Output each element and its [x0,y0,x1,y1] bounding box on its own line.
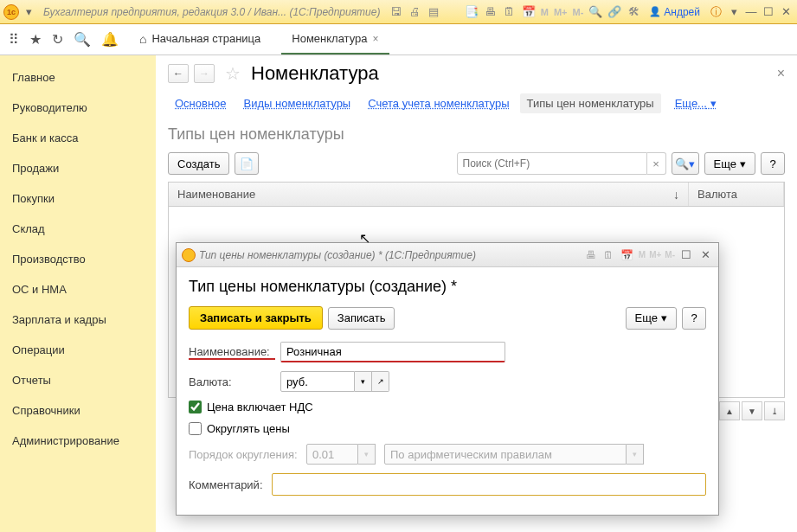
dialog-help-button[interactable]: ? [682,307,706,330]
wrench-icon[interactable]: 🛠 [625,3,642,21]
column-currency[interactable]: Валюта [689,183,784,206]
sidebar-item-operations[interactable]: Операции [0,335,156,365]
sidebar-item-catalogs[interactable]: Справочники [0,395,156,426]
copy-button[interactable]: 📄 [235,152,259,175]
zoom-icon[interactable]: 🔍 [587,3,604,21]
sidebar-item-warehouse[interactable]: Склад [0,214,156,244]
notifications-icon[interactable]: 🔔 [101,31,119,48]
minimize-button[interactable]: — [743,5,759,18]
compare-icon[interactable]: 📑 [463,3,480,21]
currency-open-button[interactable]: ↗ [372,371,389,392]
apps-grid-icon[interactable]: ⠿ [9,31,19,48]
close-page-button[interactable]: × [777,66,785,81]
subnav-more[interactable]: Еще... ▾ [668,93,723,113]
search-input[interactable] [457,152,647,175]
link-icon[interactable]: 🔗 [606,3,623,21]
main-toolbar: ⠿ ★ ↻ 🔍 🔔 ⌂ Начальная страница Номенклат… [0,24,797,55]
favorites-icon[interactable]: ★ [29,31,42,48]
nav-forward-button[interactable]: → [194,64,215,83]
advanced-search-button[interactable]: 🔍▾ [672,152,699,175]
close-button[interactable]: ✕ [778,5,794,18]
sidebar-item-purchases[interactable]: Покупки [0,183,156,214]
help-button[interactable]: ? [761,152,785,175]
sidebar-item-reports[interactable]: Отчеты [0,365,156,395]
memory-mplus-icon[interactable]: M+ [554,7,568,17]
subnav-main[interactable]: Основное [168,93,234,113]
round-checkbox[interactable] [189,422,202,435]
name-input[interactable] [280,342,505,362]
sidebar-item-production[interactable]: Производство [0,244,156,274]
memory-m-icon[interactable]: M [541,7,549,17]
page-last-button[interactable]: ⤓ [764,401,785,420]
search-clear-button[interactable]: × [647,152,666,175]
tab-home[interactable]: ⌂ Начальная страница [129,24,271,55]
tab-nomenclature-label: Номенклатура [292,32,367,45]
history-icon[interactable]: ↻ [52,31,63,48]
name-label: Наименование: [189,345,275,360]
save-button[interactable]: Записать [328,307,395,330]
round-label: Округлять цены [207,422,290,435]
tab-nomenclature[interactable]: Номенклатура × [281,24,389,54]
dialog-close-button[interactable]: ✕ [697,248,713,261]
dlg-print-icon[interactable]: 🖶 [586,249,596,261]
dlg-m-icon[interactable]: M [639,250,646,260]
info-dropdown-icon[interactable]: ▾ [726,4,742,20]
sidebar-item-bank[interactable]: Банк и касса [0,123,156,153]
currency-select[interactable] [280,371,355,392]
sidebar-item-manager[interactable]: Руководителю [0,93,156,123]
dlg-calc-icon[interactable]: 🗓 [603,249,614,261]
sidebar-item-payroll[interactable]: Зарплата и кадры [0,304,156,335]
maximize-button[interactable]: ☐ [761,5,776,18]
dialog-more-button[interactable]: Еще ▾ [626,307,677,330]
round-rule-dropdown-button: ▾ [627,444,644,465]
sidebar-item-assets[interactable]: ОС и НМА [0,274,156,304]
sidebar-item-admin[interactable]: Администрирование [0,426,156,456]
more-actions-button[interactable]: Еще ▾ [704,152,755,175]
sidebar: Главное Руководителю Банк и касса Продаж… [0,55,156,532]
dlg-mminus-icon[interactable]: M- [665,250,675,260]
sidebar-item-sales[interactable]: Продажи [0,153,156,183]
sort-indicator-icon: ↓ [673,188,679,202]
dialog-header: Тип цены номенклатуры (создание) * [189,278,706,296]
page-down-button[interactable]: ▼ [742,401,762,420]
dlg-mplus-icon[interactable]: M+ [649,250,661,260]
favorite-star-icon[interactable]: ☆ [225,63,241,84]
row-name: Наименование: [189,342,706,362]
home-icon: ⌂ [139,32,146,46]
column-name[interactable]: Наименование ↓ [169,183,689,206]
app-titlebar: 1c ▾ Бухгалтерия предприятия, редакция 3… [0,0,797,24]
user-label[interactable]: Андрей [649,6,700,18]
global-search-icon[interactable]: 🔍 [74,31,91,48]
dialog-maximize-button[interactable]: ☐ [678,248,694,261]
row-round-order: Порядок округления: ▾ ▾ [189,444,706,465]
dropdown-icon[interactable]: ▾ [21,4,36,20]
info-icon[interactable]: ⓘ [707,3,724,21]
calendar-icon[interactable]: 📅 [520,3,537,21]
subnav: Основное Виды номенклатуры Счета учета н… [168,93,785,113]
section-title: Типы цен номенклатуры [168,125,785,144]
round-order-select [306,444,358,465]
nav-back-button[interactable]: ← [168,64,189,83]
memory-mminus-icon[interactable]: M- [572,7,583,17]
price-type-dialog: Тип цены номенклатуры (создание) * (1С:П… [176,242,719,516]
save-and-close-button[interactable]: Записать и закрыть [189,306,323,330]
subnav-price-types[interactable]: Типы цен номенклатуры [520,93,661,113]
row-vat: Цена включает НДС [189,401,706,413]
page-up-button[interactable]: ▲ [719,401,740,420]
dialog-toolbar: Записать и закрыть Записать Еще ▾ ? [189,306,706,330]
printer-icon[interactable]: 🖶 [482,3,499,21]
save-icon[interactable]: 🖫 [387,3,404,21]
document-icon[interactable]: ▤ [425,3,442,21]
comment-input[interactable] [272,473,706,496]
create-button[interactable]: Создать [168,152,229,175]
dlg-calendar-icon[interactable]: 📅 [620,249,633,261]
tab-close-icon[interactable]: × [373,33,379,45]
calculator-icon[interactable]: 🗓 [501,3,518,21]
currency-dropdown-button[interactable]: ▾ [355,371,372,392]
print-icon[interactable]: 🖨 [406,3,423,21]
round-rule-select [384,444,627,465]
subnav-kinds[interactable]: Виды номенклатуры [237,93,358,113]
sidebar-item-main[interactable]: Главное [0,62,156,93]
vat-checkbox[interactable] [189,401,202,413]
subnav-accounts[interactable]: Счета учета номенклатуры [361,93,516,113]
